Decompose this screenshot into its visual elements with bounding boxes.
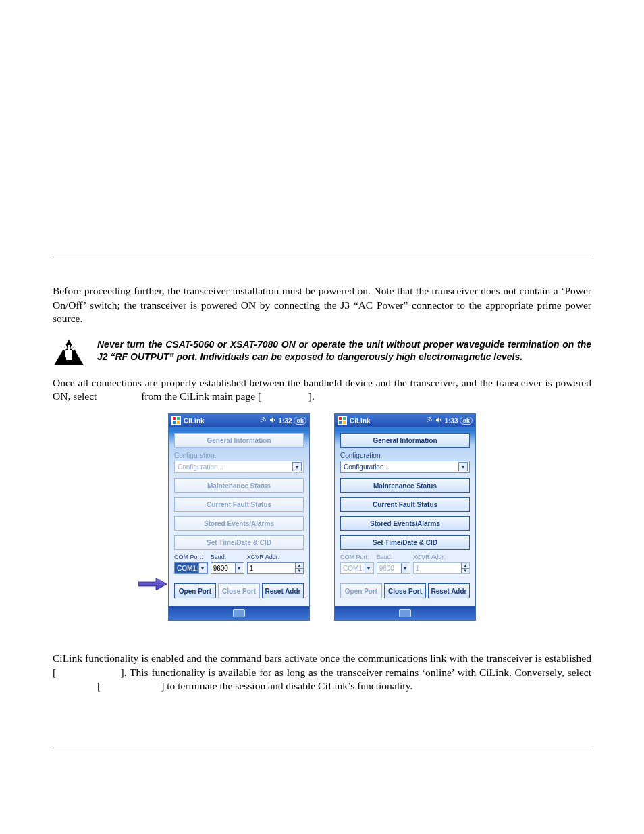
p3-gap3 [103,680,158,692]
baud-label: Baud: [377,554,410,561]
com-port-label: COM Port: [174,554,208,561]
stored-events-bar[interactable]: Stored Events/Alarms [340,516,470,531]
current-fault-bar[interactable]: Current Fault Status [340,497,470,512]
keyboard-icon[interactable] [399,609,411,617]
up-icon[interactable]: ▲ [462,563,469,569]
svg-rect-2 [68,345,70,350]
signal-icon [259,417,267,425]
warning-text: Never turn the CSAT-5060 or XSAT-7080 ON… [97,338,591,363]
configuration-select[interactable]: Configuration... ▾ [340,461,470,473]
up-icon[interactable]: ▲ [296,563,303,569]
chevron-down-icon: ▾ [235,563,243,573]
com-port-value: COM1: [177,565,198,572]
svg-marker-14 [270,417,273,423]
ok-button[interactable]: ok [294,417,306,425]
reset-addr-button[interactable]: Reset Addr [428,583,470,598]
svg-rect-1 [65,350,72,357]
screenshot-left: CiLink 1:32 ok General Informatio [168,413,310,621]
screenshot-right: CiLink 1:33 ok General Informatio [334,413,476,621]
p2-c: ]. [308,390,315,402]
set-time-bar[interactable]: Set Time/Date & CID [174,535,304,550]
xcvr-value: 1 [416,565,420,572]
maintenance-bar[interactable]: Maintenance Status [174,478,304,493]
configuration-value: Configuration... [344,463,390,471]
window-icon [171,416,181,425]
com-port-select[interactable]: COM1: ▾ [340,562,374,574]
baud-select[interactable]: 9600 ▾ [211,562,244,574]
current-fault-bar[interactable]: Current Fault Status [174,497,304,512]
svg-rect-15 [339,417,342,420]
xcvr-stepper[interactable]: 1 ▲▼ [247,562,304,574]
general-info-bar[interactable]: General Information [340,433,470,448]
svg-rect-16 [343,417,346,420]
close-port-button[interactable]: Close Port [218,583,260,598]
svg-rect-12 [177,421,180,424]
chevron-down-icon: ▾ [458,462,468,471]
warning-note: Never turn the CSAT-5060 or XSAT-7080 ON… [53,338,591,367]
p2-gap2 [264,390,306,402]
warning-icon [53,338,85,367]
svg-rect-17 [339,421,342,424]
set-time-bar[interactable]: Set Time/Date & CID [340,535,470,550]
xcvr-value: 1 [250,565,254,572]
svg-rect-10 [177,417,180,420]
xcvr-label: XCVR Addr: [247,554,304,561]
svg-point-13 [261,421,262,422]
open-port-button[interactable]: Open Port [340,583,382,598]
signal-icon [425,417,433,425]
configuration-value: Configuration... [178,463,223,471]
top-rule [53,257,591,257]
chevron-down-icon: ▾ [292,462,302,471]
p3-gap1 [59,667,117,678]
svg-rect-7 [66,357,72,360]
intro-paragraph: Before proceeding further, the transceiv… [53,284,591,326]
com-port-value: COM1: [343,565,365,572]
xcvr-label: XCVR Addr: [413,554,470,561]
baud-label: Baud: [211,554,244,561]
baud-select[interactable]: 9600 ▾ [377,562,410,574]
pointer-arrow-icon [138,578,167,593]
general-info-bar[interactable]: General Information [174,433,304,448]
clock-left: 1:32 [278,417,292,425]
close-port-button[interactable]: Close Port [384,583,426,598]
chevron-down-icon: ▾ [365,563,373,573]
open-port-paragraph: Once all connections are properly establ… [53,376,591,404]
app-title: CiLink [350,417,371,425]
down-icon[interactable]: ▼ [462,569,469,574]
baud-value: 9600 [379,565,394,572]
svg-point-19 [427,421,428,422]
svg-marker-20 [436,417,439,423]
p3-d: ] to terminate the session and disable C… [161,680,412,692]
maintenance-bar[interactable]: Maintenance Status [340,478,470,493]
svg-rect-9 [173,417,176,420]
bottom-rule [53,748,591,748]
p2-gap1 [99,390,138,402]
svg-rect-18 [343,421,346,424]
speaker-icon [269,417,276,425]
p3-b: ]. This functionality is available for a… [121,667,592,678]
configuration-label: Configuration: [340,452,470,459]
p3-gap2 [53,680,95,692]
down-icon[interactable]: ▼ [296,569,303,574]
configuration-select[interactable]: Configuration... ▾ [174,461,304,473]
stored-events-bar[interactable]: Stored Events/Alarms [174,516,304,531]
p3-c: [ [97,680,101,692]
com-port-select[interactable]: COM1: ▾ [174,562,208,574]
window-icon [338,416,347,425]
taskbar [169,606,309,620]
xcvr-stepper[interactable]: 1 ▲▼ [413,562,470,574]
chevron-down-icon: ▾ [198,563,207,573]
com-port-label: COM Port: [340,554,374,561]
chevron-down-icon: ▾ [401,563,409,573]
titlebar-right: CiLink 1:33 ok [335,414,475,427]
configuration-label: Configuration: [174,452,304,459]
svg-marker-8 [138,578,167,590]
open-port-button[interactable]: Open Port [174,583,216,598]
p2-b: from the CiLink main page [ [141,390,261,402]
baud-value: 9600 [213,565,228,572]
ok-button[interactable]: ok [460,417,473,425]
reset-addr-button[interactable]: Reset Addr [262,583,304,598]
clock-right: 1:33 [444,417,458,425]
taskbar [335,606,475,620]
keyboard-icon[interactable] [233,609,245,617]
